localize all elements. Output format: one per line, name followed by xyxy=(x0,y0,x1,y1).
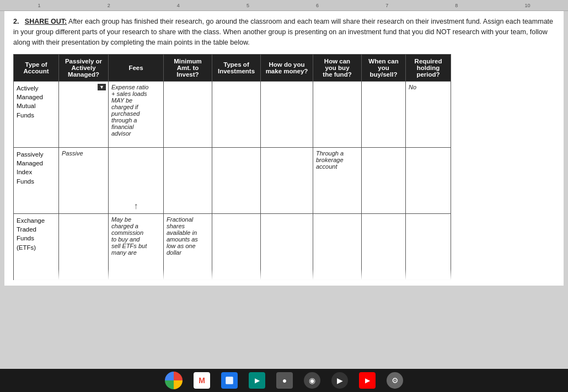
cell-fees-2: ↑ xyxy=(109,148,164,214)
intro-number: 2. xyxy=(13,18,19,25)
table-header-row: Type ofAccount Passively orActivelyManag… xyxy=(14,55,555,82)
col-header-passive: Passively orActivelyManaged? xyxy=(59,55,109,82)
intro-highlight: SHARE OUT: xyxy=(25,18,67,25)
cell-min-2 xyxy=(164,148,212,214)
cell-min-3: Fractionalsharesavailable inamounts aslo… xyxy=(164,214,212,280)
cell-types-1 xyxy=(212,82,261,148)
table-row: ExchangeTradedFunds(ETFs) May becharged … xyxy=(14,214,555,280)
table-row: PassivelyManagedIndexFunds Passive ↑ Thr… xyxy=(14,148,555,214)
calendar-icon[interactable]: ◉ xyxy=(304,372,320,389)
col-header-when: When canyoubuy/sell? xyxy=(362,55,406,82)
ruler: 1 2 4 5 6 7 8 10 xyxy=(0,0,568,11)
col-header-how-money: How do youmake money? xyxy=(261,55,313,82)
cell-when-3 xyxy=(362,214,406,280)
ruler-marks: 1 2 4 5 6 7 8 10 xyxy=(4,3,564,8)
cell-how-2 xyxy=(261,148,313,214)
svg-rect-0 xyxy=(226,377,233,384)
cell-fees-1: Expense ratio+ sales loadsMAY becharged … xyxy=(109,82,164,148)
content-area: 2. SHARE OUT: After each group has finis… xyxy=(4,11,564,286)
drive-icon[interactable] xyxy=(221,372,238,389)
cell-type-3: ExchangeTradedFunds(ETFs) xyxy=(14,214,59,280)
youtube-icon[interactable]: ▶ xyxy=(359,372,376,389)
cell-buy-1 xyxy=(313,82,362,148)
cell-min-1 xyxy=(164,82,212,148)
cell-when-2 xyxy=(362,148,406,214)
cell-how-3 xyxy=(261,214,313,280)
dropdown-indicator-1[interactable]: ▼ xyxy=(98,84,106,90)
cell-buy-3 xyxy=(313,214,362,280)
cell-type-2: PassivelyManagedIndexFunds xyxy=(14,148,59,214)
intro-text-body: After each group has finished their rese… xyxy=(13,18,553,46)
cell-how-1 xyxy=(261,82,313,148)
col-header-type: Type ofAccount xyxy=(14,55,59,82)
settings-icon[interactable]: ⚙ xyxy=(387,372,403,389)
gmail-icon[interactable]: M xyxy=(194,372,210,389)
cell-required-3 xyxy=(406,214,451,280)
cell-when-1 xyxy=(362,82,406,148)
intro-paragraph: 2. SHARE OUT: After each group has finis… xyxy=(13,17,555,47)
play-icon[interactable]: ▶ xyxy=(331,372,348,389)
cell-required-2 xyxy=(406,148,451,214)
col-header-min: MinimumAmt. toInvest? xyxy=(164,55,212,82)
col-header-types-inv: Types ofInvestments xyxy=(212,55,261,82)
cell-types-3 xyxy=(212,214,261,280)
cell-passive-3 xyxy=(59,214,109,280)
col-header-required: Requiredholdingperiod? xyxy=(406,55,451,82)
table-row: ActivelyManagedMutualFunds ▼ Expense rat… xyxy=(14,82,555,148)
meet-icon[interactable]: ▶ xyxy=(249,372,265,389)
cell-type-1: ActivelyManagedMutualFunds xyxy=(14,82,59,148)
cell-types-2 xyxy=(212,148,261,214)
main-table: Type ofAccount Passively orActivelyManag… xyxy=(13,54,555,280)
cell-required-1: No xyxy=(406,82,451,148)
taskbar: M ▶ ● ◉ ▶ ▶ ⚙ xyxy=(0,369,568,392)
cell-fees-3: May becharged acommissionto buy andsell … xyxy=(109,214,164,280)
col-header-how-buy: How canyou buythe fund? xyxy=(313,55,362,82)
cell-passive-2: Passive xyxy=(59,148,109,214)
col-header-fees: Fees xyxy=(109,55,164,82)
marker-icon-1: ↑ xyxy=(134,201,138,211)
cell-buy-2: Through abrokerageaccount xyxy=(313,148,362,214)
cell-passive-1: ▼ xyxy=(59,82,109,148)
tasks-icon[interactable]: ● xyxy=(276,372,293,389)
chrome-icon[interactable] xyxy=(165,372,183,389)
